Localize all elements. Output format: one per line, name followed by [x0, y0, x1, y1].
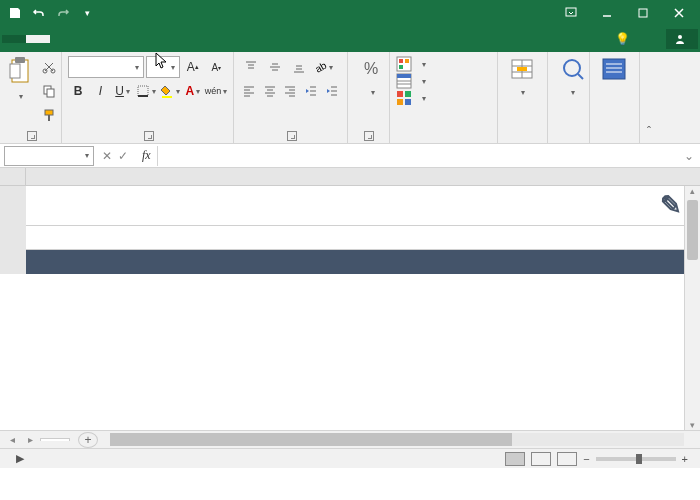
font-size-select[interactable]: ▾	[146, 56, 179, 78]
fill-color-icon[interactable]: ▾	[159, 80, 181, 102]
svg-line-63	[578, 74, 583, 79]
orientation-icon[interactable]: ab▾	[312, 56, 334, 78]
sheet-title-row[interactable]: ✎	[26, 186, 700, 226]
sheet-tab-bar: ◂ ▸ +	[0, 430, 700, 448]
tab-data[interactable]	[98, 35, 122, 43]
select-all-button[interactable]	[0, 168, 26, 185]
record-button[interactable]	[596, 56, 632, 86]
zoom-out-icon[interactable]: −	[583, 453, 589, 465]
macro-record-icon[interactable]: ▶	[16, 452, 24, 465]
italic-icon[interactable]: I	[90, 80, 110, 102]
undo-icon[interactable]	[28, 2, 50, 24]
svg-text:ab: ab	[313, 60, 327, 74]
font-name-select[interactable]: ▾	[68, 56, 144, 78]
save-icon[interactable]	[4, 2, 26, 24]
vscroll-thumb[interactable]	[687, 200, 698, 260]
formula-input[interactable]	[157, 146, 678, 166]
svg-rect-47	[405, 59, 409, 63]
tab-formula[interactable]	[74, 35, 98, 43]
tab-review[interactable]	[122, 35, 146, 43]
share-button[interactable]	[666, 29, 698, 49]
editing-button[interactable]: ▾	[554, 56, 590, 97]
number-format-button[interactable]: % ▾	[354, 56, 390, 97]
minimize-icon[interactable]	[590, 2, 624, 24]
close-icon[interactable]	[662, 2, 696, 24]
increase-font-icon[interactable]: A▴	[182, 56, 204, 78]
maximize-icon[interactable]	[626, 2, 660, 24]
svg-rect-53	[397, 91, 403, 97]
zoom-in-icon[interactable]: +	[682, 453, 688, 465]
spreadsheet-grid: ✎ ▴ ▾	[0, 168, 700, 430]
svg-rect-64	[603, 59, 625, 79]
align-center-icon[interactable]	[261, 80, 280, 102]
hscroll-thumb[interactable]	[110, 433, 512, 446]
svg-rect-5	[15, 57, 25, 63]
align-left-icon[interactable]	[240, 80, 259, 102]
tab-file[interactable]	[2, 35, 26, 43]
align-right-icon[interactable]	[281, 80, 300, 102]
svg-rect-12	[48, 115, 50, 121]
clipboard-launcher[interactable]	[27, 131, 37, 141]
tab-view[interactable]	[146, 35, 170, 43]
table-header-row[interactable]	[26, 250, 700, 274]
vertical-scrollbar[interactable]: ▴ ▾	[684, 186, 700, 430]
increase-indent-icon[interactable]	[322, 80, 341, 102]
cancel-formula-icon[interactable]: ✕	[102, 149, 112, 163]
format-painter-icon[interactable]	[38, 104, 60, 126]
sheet-tab-1[interactable]	[40, 438, 70, 441]
expand-formula-icon[interactable]: ⌄	[678, 149, 700, 163]
svg-point-3	[678, 35, 682, 39]
copy-icon[interactable]	[38, 80, 60, 102]
font-launcher[interactable]	[144, 131, 154, 141]
border-icon[interactable]: ▾	[135, 80, 157, 102]
redo-icon[interactable]	[52, 2, 74, 24]
decrease-indent-icon[interactable]	[302, 80, 321, 102]
tab-nav-prev[interactable]: ◂	[4, 434, 20, 445]
meta-row[interactable]	[26, 226, 700, 250]
tab-home[interactable]	[26, 35, 50, 43]
enter-formula-icon[interactable]: ✓	[118, 149, 128, 163]
page-layout-view-icon[interactable]	[531, 452, 551, 466]
tab-dev[interactable]	[170, 35, 194, 43]
tell-me[interactable]: 💡	[603, 28, 642, 50]
align-bottom-icon[interactable]	[288, 56, 310, 78]
font-color-icon[interactable]: A▾	[183, 80, 203, 102]
tab-layout[interactable]	[50, 35, 74, 43]
zoom-slider[interactable]	[596, 457, 676, 461]
pencil-icon: ✎	[660, 190, 682, 221]
align-launcher[interactable]	[287, 131, 297, 141]
number-launcher[interactable]	[364, 131, 374, 141]
cut-icon[interactable]	[38, 56, 60, 78]
quick-access-toolbar: ▾	[4, 2, 98, 24]
align-top-icon[interactable]	[240, 56, 262, 78]
qat-customize-icon[interactable]: ▾	[76, 2, 98, 24]
status-bar: ▶ − +	[0, 448, 700, 468]
tab-insert[interactable]	[194, 35, 218, 43]
cells-button[interactable]: ▾	[504, 56, 540, 97]
svg-rect-10	[47, 89, 54, 97]
svg-rect-6	[10, 64, 20, 78]
name-box[interactable]: ▾	[4, 146, 94, 166]
collapse-ribbon-icon[interactable]: ˆ	[647, 125, 651, 139]
fx-icon[interactable]: fx	[136, 148, 157, 163]
bold-icon[interactable]: B	[68, 80, 88, 102]
svg-rect-50	[397, 74, 411, 78]
phonetic-icon[interactable]: wén▾	[205, 80, 227, 102]
login-button[interactable]	[642, 35, 666, 43]
ribbon: ▾ ▾ ▾ A▴ A▾ B I U▾ ▾ ▾ A▾	[0, 52, 700, 144]
decrease-font-icon[interactable]: A▾	[205, 56, 227, 78]
paste-button[interactable]: ▾	[6, 56, 34, 101]
svg-rect-46	[399, 59, 403, 63]
table-format-button[interactable]: ▾	[396, 73, 491, 89]
tab-nav-next[interactable]: ▸	[22, 434, 38, 445]
add-sheet-button[interactable]: +	[78, 432, 98, 448]
svg-rect-11	[45, 110, 53, 115]
conditional-format-button[interactable]: ▾	[396, 56, 491, 72]
align-middle-icon[interactable]	[264, 56, 286, 78]
horizontal-scrollbar[interactable]	[110, 433, 684, 446]
underline-icon[interactable]: U▾	[113, 80, 133, 102]
normal-view-icon[interactable]	[505, 452, 525, 466]
ribbon-options-icon[interactable]	[554, 2, 588, 24]
page-break-view-icon[interactable]	[557, 452, 577, 466]
cell-styles-button[interactable]: ▾	[396, 90, 491, 106]
